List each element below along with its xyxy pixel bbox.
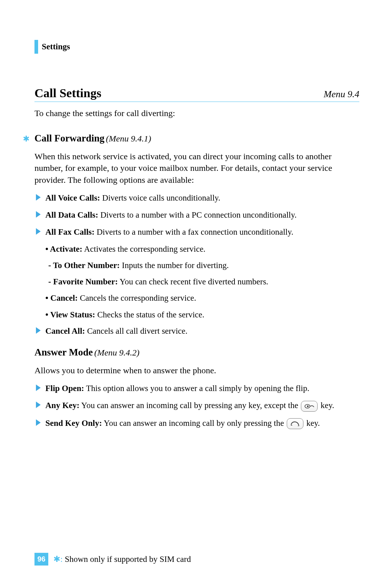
sub-list-item: • View Status: Checks the status of the …	[34, 309, 359, 320]
header-accent-bar	[34, 40, 38, 54]
asterisk-icon: ✱:	[53, 555, 62, 564]
triangle-bullet-icon	[36, 211, 41, 218]
page-header: Settings	[34, 40, 359, 54]
page-number: 96	[34, 553, 48, 566]
page-title-row: Call Settings Menu 9.4	[34, 86, 359, 102]
triangle-bullet-icon	[36, 402, 41, 408]
section-menu-number: (Menu 9.4.1)	[106, 134, 151, 143]
list-item: Any Key: You can answer an incoming call…	[34, 400, 359, 412]
sub-list-item: • Cancel: Cancels the corresponding serv…	[34, 292, 359, 304]
list-item: All Data Calls: Diverts to a number with…	[34, 209, 359, 221]
triangle-bullet-icon	[36, 327, 41, 334]
menu-number: Menu 9.4	[324, 89, 359, 100]
section-call-forwarding-desc: When this network service is activated, …	[34, 151, 359, 186]
page-footer: 96 ✱: Shown only if supported by SIM car…	[34, 553, 191, 566]
intro-text: To change the settings for call divertin…	[34, 108, 359, 118]
list-item: Flip Open: This option allows you to ans…	[34, 383, 359, 394]
dash-bullet-icon: -	[48, 261, 53, 270]
dot-bullet-icon: •	[45, 310, 50, 319]
section-call-forwarding-heading: ✱ Call Forwarding (Menu 9.4.1)	[34, 133, 359, 144]
list-item: All Voice Calls: Diverts voice calls unc…	[34, 192, 359, 203]
end-key-icon	[301, 401, 318, 412]
chapter-title: Settings	[42, 42, 70, 52]
asterisk-icon: ✱	[23, 134, 29, 144]
section-menu-number: (Menu 9.4.2)	[94, 348, 140, 357]
section-answer-mode-desc: Allows you to determine when to answer t…	[34, 365, 359, 376]
svg-point-1	[307, 405, 309, 407]
list-item: Send Key Only: You can answer an incomin…	[34, 418, 359, 429]
dash-bullet-icon: -	[48, 277, 53, 286]
dot-bullet-icon: •	[45, 293, 50, 303]
list-item: Cancel All: Cancels all call divert serv…	[34, 325, 359, 337]
footer-note: ✱: Shown only if supported by SIM card	[53, 554, 191, 564]
section-title: Call Forwarding	[34, 133, 105, 144]
list-item: All Fax Calls: Diverts to a number with …	[34, 226, 359, 238]
dot-bullet-icon: •	[45, 244, 50, 254]
manual-page: Settings Call Settings Menu 9.4 To chang…	[0, 0, 392, 588]
triangle-bullet-icon	[36, 194, 41, 201]
triangle-bullet-icon	[36, 385, 41, 391]
send-key-icon	[287, 418, 303, 429]
page-title: Call Settings	[34, 86, 101, 100]
sub-sub-list-item: - Favorite Number: You can check recent …	[34, 276, 359, 287]
triangle-bullet-icon	[36, 419, 41, 426]
sub-list-item: • Activate: Activates the corresponding …	[34, 243, 359, 255]
section-title: Answer Mode	[34, 347, 93, 358]
triangle-bullet-icon	[36, 228, 41, 235]
section-answer-mode-heading: Answer Mode (Menu 9.4.2)	[34, 347, 359, 358]
sub-sub-list-item: - To Other Number: Inputs the number for…	[34, 260, 359, 271]
